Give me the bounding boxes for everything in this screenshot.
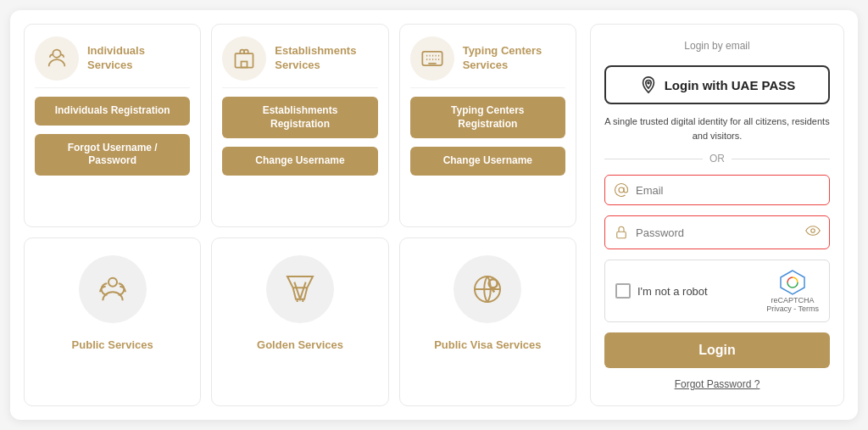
visa-services-title: Public Visa Services (434, 338, 541, 351)
svg-point-13 (811, 229, 815, 233)
svg-point-7 (108, 277, 117, 286)
public-services-title: Public Services (72, 338, 153, 351)
toggle-password-icon[interactable] (805, 223, 821, 242)
typing-change-username-btn[interactable]: Change Username (410, 147, 565, 176)
visa-services-icon-circle (453, 255, 521, 323)
uae-pass-label: Login with UAE PASS (665, 78, 796, 92)
individuals-icon (45, 47, 69, 70)
individuals-icon-circle (35, 36, 79, 81)
captcha-label: I'm not a robot (637, 285, 708, 298)
or-divider: OR (604, 153, 830, 165)
main-container: Individuals Services Individuals Registr… (10, 10, 858, 420)
individuals-forgot-btn[interactable]: Forgot Username / Password (35, 134, 190, 176)
email-input[interactable] (636, 184, 821, 197)
uae-pass-button[interactable]: Login with UAE PASS (604, 65, 830, 104)
recaptcha-privacy: Privacy - Terms (766, 304, 819, 313)
or-label: OR (709, 153, 725, 165)
establishments-change-username-btn[interactable]: Change Username (222, 147, 377, 176)
lock-icon (614, 225, 629, 240)
svg-point-11 (619, 187, 624, 193)
forgot-password-link[interactable]: Forgot Password ? (604, 378, 830, 390)
establishments-card-header: Establishments Services (222, 36, 377, 88)
login-button[interactable]: Login (604, 332, 830, 368)
captcha-checkbox[interactable] (615, 283, 631, 299)
establishments-icon-circle (222, 36, 266, 81)
typing-centers-icon-circle (410, 36, 454, 81)
golden-services-card[interactable]: Golden Services (211, 237, 388, 407)
establishments-card: Establishments Services Establishments R… (211, 24, 388, 227)
captcha-right: reCAPTCHA Privacy - Terms (766, 269, 819, 313)
golden-services-icon-circle (266, 255, 334, 323)
uae-pass-description: A single trusted digital identity for al… (604, 114, 830, 142)
svg-rect-12 (617, 232, 626, 238)
services-grid: Individuals Services Individuals Registr… (24, 24, 576, 406)
individuals-card-header: Individuals Services (35, 36, 190, 88)
public-services-card[interactable]: Public Services (24, 237, 201, 407)
captcha-left: I'm not a robot (615, 283, 708, 299)
individuals-registration-btn[interactable]: Individuals Registration (35, 97, 190, 126)
email-input-group (604, 175, 830, 205)
email-icon (614, 182, 629, 198)
svg-rect-5 (242, 62, 248, 68)
login-header-label: Login by email (604, 40, 830, 52)
golden-services-title: Golden Services (257, 338, 343, 351)
typing-centers-icon (420, 47, 444, 70)
svg-point-0 (53, 50, 60, 58)
fingerprint-icon (639, 75, 658, 94)
recaptcha-logo (779, 269, 806, 296)
individuals-card-title: Individuals Services (87, 44, 190, 73)
password-input-group (604, 215, 830, 249)
establishments-icon (232, 47, 256, 70)
golden-services-icon (283, 272, 317, 306)
captcha-box: I'm not a robot reCAPTCHA Privacy - Term… (604, 260, 830, 322)
password-input[interactable] (636, 226, 798, 239)
typing-centers-card-header: Typing Centers Services (410, 36, 565, 88)
typing-centers-card: Typing Centers Services Typing Centers R… (399, 24, 576, 227)
login-panel: Login by email Login with UAE PASS A sin… (590, 24, 844, 406)
visa-services-icon (470, 272, 504, 306)
public-services-icon (96, 272, 130, 306)
typing-centers-card-title: Typing Centers Services (463, 44, 565, 73)
establishments-card-title: Establishments Services (275, 44, 377, 73)
svg-point-10 (648, 82, 649, 84)
individuals-card: Individuals Services Individuals Registr… (24, 24, 201, 227)
establishments-registration-btn[interactable]: Establishments Registration (222, 97, 377, 138)
public-services-icon-circle (79, 255, 147, 323)
svg-rect-1 (236, 53, 253, 67)
typing-registration-btn[interactable]: Typing Centers Registration (410, 97, 565, 138)
visa-services-card[interactable]: Public Visa Services (399, 237, 576, 407)
recaptcha-label: reCAPTCHA (771, 296, 815, 304)
